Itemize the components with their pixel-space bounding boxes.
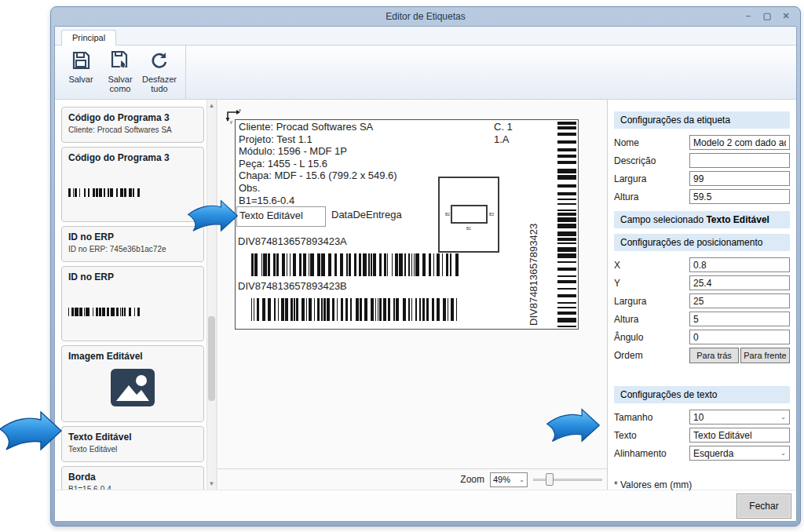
item-title: Código do Programa 3 bbox=[68, 112, 197, 123]
floppy-disk-pencil-icon bbox=[110, 50, 130, 74]
angulo-label: Ângulo bbox=[614, 332, 689, 343]
label-corner-text[interactable]: C. 1 1.A bbox=[494, 121, 513, 146]
item-title: ID no ERP bbox=[68, 231, 197, 242]
window-controls: – ▢ ✕ bbox=[742, 10, 792, 21]
zoom-select[interactable]: 49% ⌄ bbox=[490, 472, 528, 487]
descricao-input[interactable] bbox=[689, 153, 790, 168]
y-input[interactable] bbox=[689, 275, 790, 290]
floppy-disk-icon bbox=[71, 50, 91, 74]
altura-campo-row: Altura bbox=[614, 310, 790, 328]
slider-thumb[interactable] bbox=[546, 473, 554, 486]
ribbon-group-file: Salvar Salvar como Desfazer tudo bbox=[60, 46, 186, 99]
altura-input[interactable] bbox=[689, 189, 790, 204]
angulo-input[interactable] bbox=[689, 330, 790, 344]
tab-principal[interactable]: Principal bbox=[61, 30, 116, 46]
list-item-id-erp-text[interactable]: ID no ERP ID no ERP: 745e36b1ac72e bbox=[61, 226, 204, 262]
barcode-1[interactable] bbox=[251, 253, 460, 276]
footer-bar: Fechar bbox=[55, 490, 796, 521]
bring-forward-button[interactable]: Para frente bbox=[740, 348, 790, 363]
slider-track[interactable] bbox=[533, 479, 602, 481]
barcode2-label[interactable]: DIV874813657893423B bbox=[238, 280, 347, 292]
tamanho-select[interactable]: 10 ⌄ bbox=[689, 410, 790, 425]
design-canvas[interactable]: x y Cliente: Procad Softwares SA Projeto… bbox=[217, 100, 607, 490]
window-title: Editor de Etiquetas bbox=[386, 11, 465, 22]
chevron-down-icon: ⌄ bbox=[780, 414, 786, 421]
save-as-button[interactable]: Salvar como bbox=[100, 49, 140, 93]
send-backward-button[interactable]: Para trás bbox=[689, 348, 739, 363]
close-dialog-button[interactable]: Fechar bbox=[736, 494, 791, 519]
piece-diagram[interactable]: B2 B3 B1 bbox=[438, 177, 499, 253]
item-title: Imagem Editável bbox=[68, 351, 197, 362]
item-title: ID no ERP bbox=[68, 271, 197, 282]
svg-text:y: y bbox=[230, 119, 232, 124]
edge-label-right: B3 bbox=[489, 212, 494, 217]
y-row: Y bbox=[614, 274, 790, 292]
nome-input[interactable] bbox=[689, 135, 790, 150]
zoom-value: 49% bbox=[493, 475, 510, 484]
alinhamento-select[interactable]: Esquerda ⌄ bbox=[689, 446, 790, 461]
alinhamento-value: Esquerda bbox=[693, 448, 733, 459]
item-title: Código do Programa 3 bbox=[68, 152, 197, 163]
x-row: X bbox=[614, 256, 790, 274]
barcode-2[interactable] bbox=[251, 298, 460, 321]
chevron-down-icon: ⌄ bbox=[780, 450, 786, 457]
tamanho-row: Tamanho 10 ⌄ bbox=[614, 408, 790, 426]
selected-text-element[interactable]: Texto Editável bbox=[236, 206, 326, 227]
item-subtitle: ID no ERP: 745e36b1ac72e bbox=[68, 245, 197, 253]
sidebar-scrollbar[interactable]: ▲ ▼ bbox=[206, 100, 217, 490]
selected-field-label: Campo selecionado bbox=[620, 214, 704, 225]
x-label: X bbox=[614, 260, 689, 271]
zoom-slider[interactable] bbox=[533, 472, 602, 486]
tamanho-label: Tamanho bbox=[614, 412, 689, 423]
list-item-imagem-editavel[interactable]: Imagem Editável bbox=[61, 345, 204, 422]
piece-diagram-inner-rect bbox=[451, 205, 488, 224]
alinhamento-row: Alinhamento Esquerda ⌄ bbox=[614, 444, 790, 462]
text-settings-header: Configurações de texto bbox=[614, 386, 790, 403]
scroll-down-icon[interactable]: ▼ bbox=[207, 480, 216, 487]
ribbon: Salvar Salvar como Desfazer tudo bbox=[55, 45, 796, 100]
list-item-id-erp-barcode[interactable]: ID no ERP bbox=[61, 266, 204, 341]
properties-panel: Configurações da etiqueta Nome Descrição… bbox=[607, 100, 796, 490]
title-bar[interactable]: Editor de Etiquetas – ▢ ✕ bbox=[51, 7, 800, 26]
largura-campo-input[interactable] bbox=[689, 293, 790, 308]
texto-input[interactable] bbox=[689, 428, 790, 443]
label-info-text[interactable]: Cliente: Procad Softwares SA Projeto: Te… bbox=[239, 121, 397, 206]
list-item-codigo-programa-text[interactable]: Código do Programa 3 Cliente: Procad Sof… bbox=[61, 107, 204, 143]
minimize-icon[interactable]: – bbox=[742, 10, 755, 21]
maximize-icon[interactable]: ▢ bbox=[761, 10, 773, 21]
label-settings-header: Configurações da etiqueta bbox=[614, 111, 790, 129]
x-input[interactable] bbox=[689, 257, 790, 272]
scrollbar-thumb[interactable] bbox=[208, 316, 215, 401]
vertical-barcode[interactable] bbox=[557, 122, 576, 327]
barcode1-label[interactable]: DIV874813657893423A bbox=[238, 235, 347, 247]
vertical-text-element[interactable]: DIV874813657893423 bbox=[528, 208, 539, 326]
date-field-element[interactable]: DataDeEntrega bbox=[331, 209, 402, 220]
label-preview[interactable]: Cliente: Procad Softwares SA Projeto: Te… bbox=[235, 119, 579, 330]
scroll-up-icon[interactable]: ▲ bbox=[207, 102, 216, 109]
largura-input[interactable] bbox=[689, 171, 790, 186]
save-button[interactable]: Salvar bbox=[61, 49, 100, 84]
units-footnote: * Valores em (mm) bbox=[614, 479, 790, 490]
edge-label-bottom: B1 bbox=[466, 226, 471, 231]
texto-row: Texto bbox=[614, 426, 790, 444]
edge-label-left: B2 bbox=[445, 212, 450, 217]
mini-barcode bbox=[68, 308, 141, 316]
list-item-codigo-programa-barcode[interactable]: Código do Programa 3 bbox=[61, 147, 204, 222]
close-icon[interactable]: ✕ bbox=[780, 10, 792, 21]
corner-line-1: C. 1 bbox=[494, 121, 513, 133]
list-item-borda[interactable]: Borda B1=15.6-0.4 bbox=[61, 466, 204, 490]
undo-circular-arrow-icon bbox=[149, 50, 170, 74]
item-title: Texto Editável bbox=[68, 432, 197, 443]
list-item-texto-editavel[interactable]: Texto Editável Texto Editável bbox=[61, 426, 204, 462]
undo-all-button[interactable]: Desfazer tudo bbox=[140, 49, 179, 93]
altura-campo-input[interactable] bbox=[689, 312, 790, 326]
tamanho-value: 10 bbox=[693, 412, 704, 423]
nome-row: Nome bbox=[614, 133, 790, 151]
selected-field-header: Campo selecionado Texto Editável bbox=[614, 211, 790, 228]
descricao-label: Descrição bbox=[614, 155, 689, 166]
alinhamento-label: Alinhamento bbox=[614, 448, 689, 459]
zoom-bar: Zoom 49% ⌄ bbox=[217, 468, 607, 490]
save-as-label: Salvar como bbox=[100, 75, 140, 93]
item-subtitle: Texto Editável bbox=[68, 445, 197, 454]
window-content: Principal Salvar Salvar como bbox=[54, 26, 797, 522]
